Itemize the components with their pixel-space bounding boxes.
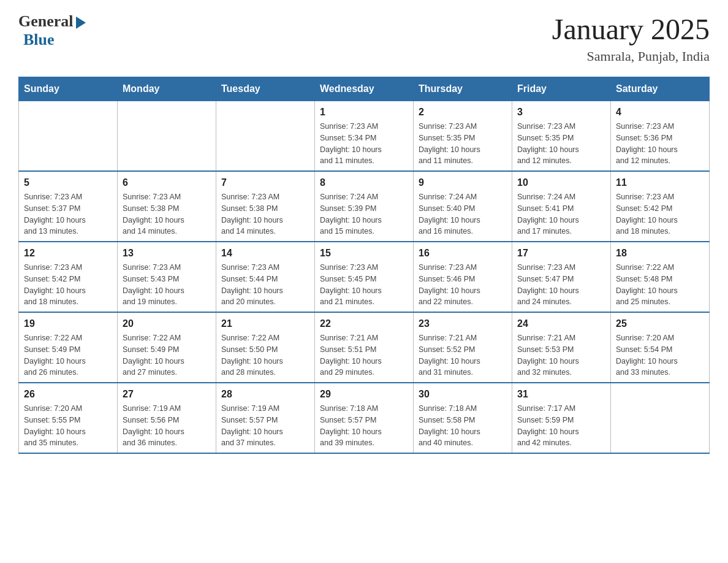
calendar-cell: 5Sunrise: 7:23 AM Sunset: 5:37 PM Daylig…	[19, 171, 118, 242]
calendar-week-1: 1Sunrise: 7:23 AM Sunset: 5:34 PM Daylig…	[19, 101, 710, 172]
day-info: Sunrise: 7:22 AM Sunset: 5:49 PM Dayligh…	[24, 334, 86, 377]
day-number: 17	[517, 246, 605, 261]
calendar-cell: 25Sunrise: 7:20 AM Sunset: 5:54 PM Dayli…	[611, 312, 710, 383]
day-info: Sunrise: 7:23 AM Sunset: 5:35 PM Dayligh…	[517, 122, 579, 165]
day-number: 30	[419, 387, 507, 402]
calendar-week-3: 12Sunrise: 7:23 AM Sunset: 5:42 PM Dayli…	[19, 242, 710, 312]
day-info: Sunrise: 7:22 AM Sunset: 5:49 PM Dayligh…	[123, 334, 184, 377]
calendar-cell	[611, 383, 710, 453]
day-info: Sunrise: 7:23 AM Sunset: 5:45 PM Dayligh…	[320, 263, 382, 306]
day-number: 3	[517, 105, 605, 120]
day-info: Sunrise: 7:23 AM Sunset: 5:36 PM Dayligh…	[616, 122, 678, 165]
calendar-header-sunday: Sunday	[19, 77, 118, 101]
day-number: 7	[221, 175, 309, 190]
day-info: Sunrise: 7:23 AM Sunset: 5:46 PM Dayligh…	[419, 263, 480, 306]
calendar-header-monday: Monday	[118, 77, 216, 101]
day-info: Sunrise: 7:23 AM Sunset: 5:38 PM Dayligh…	[221, 193, 283, 236]
calendar-cell: 3Sunrise: 7:23 AM Sunset: 5:35 PM Daylig…	[512, 101, 611, 172]
calendar-cell: 30Sunrise: 7:18 AM Sunset: 5:58 PM Dayli…	[414, 383, 512, 453]
day-number: 24	[517, 316, 605, 331]
day-info: Sunrise: 7:23 AM Sunset: 5:35 PM Dayligh…	[419, 122, 480, 165]
calendar-cell: 23Sunrise: 7:21 AM Sunset: 5:52 PM Dayli…	[414, 312, 512, 383]
calendar-cell: 29Sunrise: 7:18 AM Sunset: 5:57 PM Dayli…	[315, 383, 414, 453]
calendar-cell: 21Sunrise: 7:22 AM Sunset: 5:50 PM Dayli…	[216, 312, 315, 383]
day-number: 27	[123, 387, 211, 402]
calendar-week-5: 26Sunrise: 7:20 AM Sunset: 5:55 PM Dayli…	[19, 383, 710, 453]
calendar-cell: 26Sunrise: 7:20 AM Sunset: 5:55 PM Dayli…	[19, 383, 118, 453]
day-number: 20	[123, 316, 211, 331]
calendar-week-2: 5Sunrise: 7:23 AM Sunset: 5:37 PM Daylig…	[19, 171, 710, 242]
day-info: Sunrise: 7:19 AM Sunset: 5:56 PM Dayligh…	[123, 404, 184, 447]
day-number: 9	[419, 175, 507, 190]
day-number: 18	[616, 246, 704, 261]
calendar-header-friday: Friday	[512, 77, 611, 101]
calendar-cell: 8Sunrise: 7:24 AM Sunset: 5:39 PM Daylig…	[315, 171, 414, 242]
calendar-week-4: 19Sunrise: 7:22 AM Sunset: 5:49 PM Dayli…	[19, 312, 710, 383]
day-number: 21	[221, 316, 309, 331]
day-info: Sunrise: 7:20 AM Sunset: 5:55 PM Dayligh…	[24, 404, 86, 447]
day-number: 16	[419, 246, 507, 261]
day-info: Sunrise: 7:24 AM Sunset: 5:40 PM Dayligh…	[419, 193, 480, 236]
calendar-cell	[19, 101, 118, 172]
day-number: 12	[24, 246, 112, 261]
day-info: Sunrise: 7:23 AM Sunset: 5:44 PM Dayligh…	[221, 263, 283, 306]
day-info: Sunrise: 7:22 AM Sunset: 5:48 PM Dayligh…	[616, 263, 678, 306]
calendar-header-thursday: Thursday	[414, 77, 512, 101]
calendar-cell: 7Sunrise: 7:23 AM Sunset: 5:38 PM Daylig…	[216, 171, 315, 242]
page-header: General Blue January 2025 Samrala, Punja…	[18, 12, 710, 64]
calendar-header-tuesday: Tuesday	[216, 77, 315, 101]
calendar-header-row: SundayMondayTuesdayWednesdayThursdayFrid…	[19, 77, 710, 101]
calendar-cell: 31Sunrise: 7:17 AM Sunset: 5:59 PM Dayli…	[512, 383, 611, 453]
calendar-cell: 14Sunrise: 7:23 AM Sunset: 5:44 PM Dayli…	[216, 242, 315, 312]
location-title: Samrala, Punjab, India	[552, 48, 710, 64]
day-number: 13	[123, 246, 211, 261]
day-number: 6	[123, 175, 211, 190]
calendar-cell: 18Sunrise: 7:22 AM Sunset: 5:48 PM Dayli…	[611, 242, 710, 312]
calendar-cell: 9Sunrise: 7:24 AM Sunset: 5:40 PM Daylig…	[414, 171, 512, 242]
calendar-cell	[118, 101, 216, 172]
calendar-header-wednesday: Wednesday	[315, 77, 414, 101]
day-number: 8	[320, 175, 408, 190]
calendar-cell: 28Sunrise: 7:19 AM Sunset: 5:57 PM Dayli…	[216, 383, 315, 453]
day-number: 11	[616, 175, 704, 190]
day-number: 23	[419, 316, 507, 331]
day-info: Sunrise: 7:23 AM Sunset: 5:38 PM Dayligh…	[123, 193, 184, 236]
day-number: 19	[24, 316, 112, 331]
day-number: 14	[221, 246, 309, 261]
day-info: Sunrise: 7:23 AM Sunset: 5:42 PM Dayligh…	[616, 193, 678, 236]
day-info: Sunrise: 7:17 AM Sunset: 5:59 PM Dayligh…	[517, 404, 579, 447]
day-info: Sunrise: 7:23 AM Sunset: 5:42 PM Dayligh…	[24, 263, 86, 306]
day-info: Sunrise: 7:18 AM Sunset: 5:57 PM Dayligh…	[320, 404, 382, 447]
day-info: Sunrise: 7:23 AM Sunset: 5:34 PM Dayligh…	[320, 122, 382, 165]
day-info: Sunrise: 7:20 AM Sunset: 5:54 PM Dayligh…	[616, 334, 678, 377]
calendar-cell: 1Sunrise: 7:23 AM Sunset: 5:34 PM Daylig…	[315, 101, 414, 172]
calendar-cell: 27Sunrise: 7:19 AM Sunset: 5:56 PM Dayli…	[118, 383, 216, 453]
day-info: Sunrise: 7:23 AM Sunset: 5:47 PM Dayligh…	[517, 263, 579, 306]
day-info: Sunrise: 7:19 AM Sunset: 5:57 PM Dayligh…	[221, 404, 283, 447]
day-number: 31	[517, 387, 605, 402]
calendar-cell: 2Sunrise: 7:23 AM Sunset: 5:35 PM Daylig…	[414, 101, 512, 172]
day-number: 4	[616, 105, 704, 120]
day-info: Sunrise: 7:23 AM Sunset: 5:37 PM Dayligh…	[24, 193, 86, 236]
day-info: Sunrise: 7:18 AM Sunset: 5:58 PM Dayligh…	[419, 404, 480, 447]
day-info: Sunrise: 7:21 AM Sunset: 5:53 PM Dayligh…	[517, 334, 579, 377]
calendar-cell: 16Sunrise: 7:23 AM Sunset: 5:46 PM Dayli…	[414, 242, 512, 312]
calendar-cell: 15Sunrise: 7:23 AM Sunset: 5:45 PM Dayli…	[315, 242, 414, 312]
calendar-header-saturday: Saturday	[611, 77, 710, 101]
day-number: 28	[221, 387, 309, 402]
calendar-cell: 20Sunrise: 7:22 AM Sunset: 5:49 PM Dayli…	[118, 312, 216, 383]
day-number: 26	[24, 387, 112, 402]
day-number: 15	[320, 246, 408, 261]
day-info: Sunrise: 7:22 AM Sunset: 5:50 PM Dayligh…	[221, 334, 283, 377]
month-title: January 2025	[552, 12, 710, 46]
calendar-table: SundayMondayTuesdayWednesdayThursdayFrid…	[18, 77, 710, 454]
calendar-cell: 6Sunrise: 7:23 AM Sunset: 5:38 PM Daylig…	[118, 171, 216, 242]
day-info: Sunrise: 7:24 AM Sunset: 5:39 PM Dayligh…	[320, 193, 382, 236]
calendar-cell: 19Sunrise: 7:22 AM Sunset: 5:49 PM Dayli…	[19, 312, 118, 383]
calendar-cell: 22Sunrise: 7:21 AM Sunset: 5:51 PM Dayli…	[315, 312, 414, 383]
calendar-cell: 11Sunrise: 7:23 AM Sunset: 5:42 PM Dayli…	[611, 171, 710, 242]
day-info: Sunrise: 7:23 AM Sunset: 5:43 PM Dayligh…	[123, 263, 184, 306]
logo-general-text: General	[18, 12, 74, 31]
day-number: 25	[616, 316, 704, 331]
day-info: Sunrise: 7:21 AM Sunset: 5:51 PM Dayligh…	[320, 334, 382, 377]
